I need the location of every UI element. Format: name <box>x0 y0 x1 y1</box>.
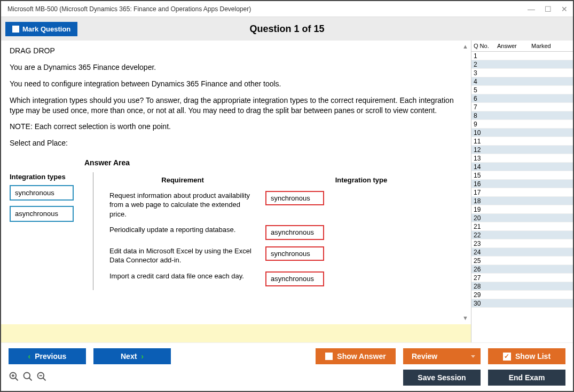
nav-row[interactable]: 27 <box>471 274 573 282</box>
nav-row[interactable]: 13 <box>471 154 573 163</box>
nav-row[interactable]: 28 <box>471 282 573 291</box>
nav-row[interactable]: 10 <box>471 129 573 137</box>
nav-qno: 30 <box>471 300 495 307</box>
nav-qno: 22 <box>471 231 495 239</box>
toolbar: Mark Question Question 1 of 15 <box>1 17 573 41</box>
zoom-in-icon[interactable] <box>9 371 19 385</box>
drop-target[interactable]: synchronous <box>265 246 324 261</box>
close-icon[interactable]: ✕ <box>561 5 568 13</box>
nav-qno: 1 <box>471 52 495 60</box>
svg-point-4 <box>24 372 30 379</box>
end-exam-button[interactable]: End Exam <box>488 370 565 386</box>
save-session-button[interactable]: Save Session <box>403 370 481 386</box>
end-exam-label: End Exam <box>509 373 545 382</box>
nav-header-answer: Answer <box>495 41 529 51</box>
table-row: Request information about product availa… <box>105 188 461 222</box>
question-p2: You need to configure integration betwee… <box>10 79 462 89</box>
nav-row[interactable]: 22 <box>471 231 573 239</box>
requirement-column: Requirement Integration type Request inf… <box>104 172 462 290</box>
nav-row[interactable]: 6 <box>471 94 573 103</box>
nav-row[interactable]: 12 <box>471 146 573 154</box>
nav-qno: 19 <box>471 206 495 213</box>
next-button[interactable]: Next › <box>93 348 171 364</box>
nav-qno: 13 <box>471 155 495 162</box>
nav-row[interactable]: 25 <box>471 257 573 265</box>
nav-qno: 5 <box>471 86 495 94</box>
minimize-icon[interactable]: — <box>528 5 535 13</box>
nav-row[interactable]: 3 <box>471 69 573 77</box>
nav-row[interactable]: 11 <box>471 137 573 146</box>
nav-qno: 26 <box>471 266 495 273</box>
nav-list[interactable]: 1234567891011121314151617181920212223242… <box>471 52 573 342</box>
review-button[interactable]: Review <box>403 348 481 364</box>
previous-button[interactable]: ‹ Previous <box>9 348 86 364</box>
show-answer-button[interactable]: Show Answer <box>316 348 396 364</box>
nav-row[interactable]: 8 <box>471 111 573 120</box>
question-body[interactable]: ▲ ▼ DRAG DROP You are a Dynamics 365 Fin… <box>1 41 471 324</box>
drag-item-synchronous[interactable]: synchronous <box>10 185 74 201</box>
zoom-reset-icon[interactable] <box>22 371 33 385</box>
nav-row[interactable]: 24 <box>471 248 573 257</box>
nav-row[interactable]: 19 <box>471 205 573 214</box>
nav-row[interactable]: 30 <box>471 299 573 308</box>
nav-qno: 29 <box>471 291 495 299</box>
review-label: Review <box>412 352 437 361</box>
checkbox-icon <box>325 353 333 360</box>
question-nav-panel: Q No. Answer Marked 12345678910111213141… <box>471 41 573 342</box>
requirement-text: Edit data in Microsoft Excel by using th… <box>105 244 260 268</box>
source-header: Integration types <box>10 172 84 182</box>
zoom-out-icon[interactable] <box>36 371 47 385</box>
table-row: Edit data in Microsoft Excel by using th… <box>105 244 461 268</box>
source-column: Integration types synchronous asynchrono… <box>10 172 84 290</box>
nav-row[interactable]: 29 <box>471 291 573 299</box>
nav-row[interactable]: 2 <box>471 60 573 69</box>
nav-row[interactable]: 20 <box>471 214 573 222</box>
nav-row[interactable]: 17 <box>471 188 573 197</box>
mark-question-button[interactable]: Mark Question <box>5 22 77 36</box>
drop-target[interactable]: asynchronous <box>265 225 324 240</box>
nav-header: Q No. Answer Marked <box>471 41 573 52</box>
nav-row[interactable]: 18 <box>471 197 573 205</box>
vertical-separator <box>93 172 93 290</box>
question-p1: You are a Dynamics 365 Finance developer… <box>10 62 462 73</box>
checkbox-icon <box>12 26 19 33</box>
nav-row[interactable]: 4 <box>471 77 573 86</box>
table-row: Import a credit card data file once each… <box>105 269 461 289</box>
maximize-icon[interactable]: ☐ <box>545 5 552 13</box>
chevron-right-icon: › <box>141 352 144 361</box>
nav-qno: 7 <box>471 103 495 111</box>
checkbox-checked-icon: ✓ <box>503 353 511 361</box>
footer: ‹ Previous Next › Show Answer Review ✓ S… <box>1 342 573 391</box>
show-list-button[interactable]: ✓ Show List <box>488 348 565 364</box>
nav-row[interactable]: 16 <box>471 180 573 188</box>
nav-row[interactable]: 21 <box>471 222 573 231</box>
svg-line-7 <box>43 378 46 380</box>
nav-row[interactable]: 23 <box>471 239 573 248</box>
nav-row[interactable]: 26 <box>471 265 573 274</box>
nav-row[interactable]: 5 <box>471 86 573 94</box>
nav-row[interactable]: 14 <box>471 163 573 171</box>
requirement-table: Requirement Integration type Request inf… <box>104 172 462 290</box>
nav-qno: 17 <box>471 189 495 196</box>
svg-line-5 <box>29 378 32 380</box>
nav-qno: 23 <box>471 240 495 247</box>
svg-line-1 <box>15 378 18 380</box>
nav-row[interactable]: 1 <box>471 52 573 60</box>
nav-qno: 24 <box>471 249 495 256</box>
drag-item-asynchronous[interactable]: asynchronous <box>10 206 74 222</box>
question-heading: DRAG DROP <box>10 46 462 56</box>
question-p5: Select and Place: <box>10 138 462 148</box>
drop-target[interactable]: asynchronous <box>265 271 324 286</box>
answer-reveal-strip <box>1 324 471 342</box>
next-label: Next <box>121 352 137 361</box>
previous-label: Previous <box>35 352 66 361</box>
question-p3: Which integration types should you use? … <box>10 95 462 116</box>
nav-qno: 14 <box>471 163 495 171</box>
nav-row[interactable]: 9 <box>471 120 573 129</box>
question-panel: ▲ ▼ DRAG DROP You are a Dynamics 365 Fin… <box>1 41 471 342</box>
nav-qno: 21 <box>471 223 495 230</box>
nav-row[interactable]: 15 <box>471 171 573 180</box>
drop-target[interactable]: synchronous <box>265 191 324 206</box>
nav-row[interactable]: 7 <box>471 103 573 111</box>
content-row: ▲ ▼ DRAG DROP You are a Dynamics 365 Fin… <box>1 41 573 342</box>
